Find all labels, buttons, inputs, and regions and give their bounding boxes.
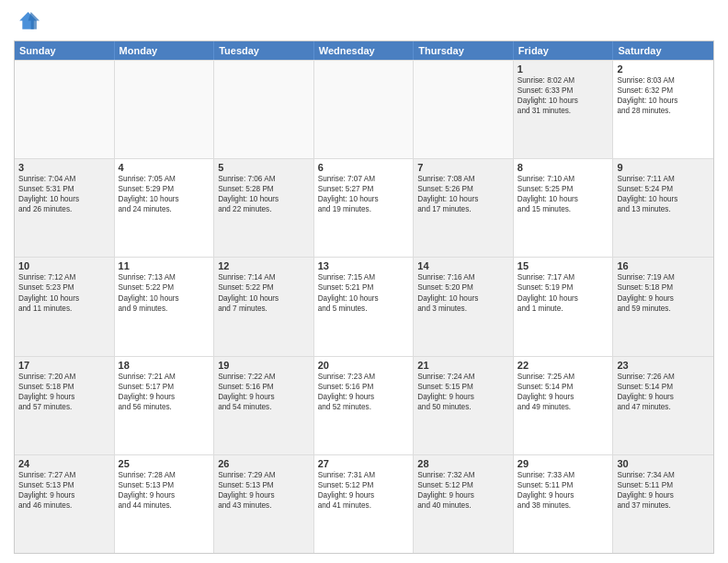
cell-info: Sunset: 5:13 PM [119,480,210,490]
calendar-cell: 20Sunrise: 7:23 AMSunset: 5:16 PMDayligh… [314,357,415,454]
calendar-cell: 26Sunrise: 7:29 AMSunset: 5:13 PMDayligh… [214,455,314,553]
cell-info: Sunrise: 7:10 AM [518,174,609,184]
calendar-cell: 19Sunrise: 7:22 AMSunset: 5:16 PMDayligh… [214,357,314,454]
day-number: 5 [218,162,310,173]
cell-info: and 22 minutes. [218,204,310,214]
header-cell-monday: Monday [115,41,215,60]
day-number: 22 [518,360,609,371]
cell-info: Sunset: 5:28 PM [218,184,310,194]
cell-info: Sunset: 5:15 PM [417,382,509,392]
cell-info: Sunrise: 7:20 AM [18,372,110,382]
day-number: 18 [119,360,210,371]
cell-info: Sunrise: 7:05 AM [119,174,210,184]
cell-info: Sunrise: 7:22 AM [218,372,310,382]
cell-info: and 46 minutes. [18,500,110,511]
day-number: 14 [417,260,509,271]
calendar: SundayMondayTuesdayWednesdayThursdayFrid… [14,40,714,554]
cell-info: and 31 minutes. [518,106,609,116]
calendar-cell: 5Sunrise: 7:06 AMSunset: 5:28 PMDaylight… [214,159,314,257]
calendar-cell: 11Sunrise: 7:13 AMSunset: 5:22 PMDayligh… [115,258,215,355]
cell-info: Sunset: 5:13 PM [218,480,310,490]
cell-info: and 24 minutes. [119,204,210,214]
cell-info: and 43 minutes. [218,500,310,511]
cell-info: and 44 minutes. [119,500,210,511]
cell-info: Sunset: 6:32 PM [617,86,710,96]
day-number: 19 [218,360,310,371]
calendar-cell [214,61,314,158]
cell-info: Sunset: 5:12 PM [318,480,410,490]
day-number: 11 [119,260,210,271]
cell-info: Sunrise: 8:03 AM [617,75,710,86]
cell-info: and 5 minutes. [318,304,410,314]
cell-info: Daylight: 9 hours [617,293,710,304]
cell-info: Sunset: 5:11 PM [617,480,710,490]
cell-info: Sunset: 5:22 PM [218,282,310,293]
cell-info: Sunset: 5:22 PM [119,282,210,293]
cell-info: Sunrise: 7:14 AM [218,272,310,282]
calendar-week-3: 10Sunrise: 7:12 AMSunset: 5:23 PMDayligh… [15,257,713,355]
calendar-week-4: 17Sunrise: 7:20 AMSunset: 5:18 PMDayligh… [15,356,713,454]
day-number: 15 [518,260,609,271]
calendar-cell: 15Sunrise: 7:17 AMSunset: 5:19 PMDayligh… [514,258,614,355]
cell-info: and 13 minutes. [617,204,710,214]
logo-icon [14,9,40,35]
day-number: 27 [318,458,410,469]
cell-info: and 57 minutes. [18,402,110,412]
cell-info: Daylight: 9 hours [218,490,310,500]
cell-info: Daylight: 9 hours [119,392,210,402]
cell-info: and 37 minutes. [617,500,710,511]
cell-info: and 49 minutes. [518,402,609,412]
cell-info: Sunrise: 7:31 AM [318,470,410,480]
cell-info: Daylight: 9 hours [119,490,210,500]
cell-info: Sunrise: 7:08 AM [417,174,509,184]
cell-info: and 28 minutes. [617,106,710,116]
cell-info: Sunrise: 7:12 AM [18,272,110,282]
cell-info: Sunrise: 7:32 AM [417,470,509,480]
cell-info: and 19 minutes. [318,204,410,214]
cell-info: Daylight: 10 hours [119,194,210,204]
day-number: 12 [218,260,310,271]
day-number: 9 [617,162,710,173]
calendar-cell: 14Sunrise: 7:16 AMSunset: 5:20 PMDayligh… [414,258,514,355]
cell-info: and 7 minutes. [218,304,310,314]
cell-info: Daylight: 9 hours [518,392,609,402]
cell-info: Sunrise: 7:24 AM [417,372,509,382]
cell-info: and 17 minutes. [417,204,509,214]
cell-info: Sunset: 5:25 PM [518,184,609,194]
cell-info: Daylight: 9 hours [417,490,509,500]
calendar-cell: 18Sunrise: 7:21 AMSunset: 5:17 PMDayligh… [115,357,215,454]
cell-info: and 26 minutes. [18,204,110,214]
header-cell-saturday: Saturday [613,41,713,60]
day-number: 8 [518,162,609,173]
cell-info: and 9 minutes. [119,304,210,314]
cell-info: Sunset: 5:19 PM [518,282,609,293]
calendar-cell: 1Sunrise: 8:02 AMSunset: 6:33 PMDaylight… [514,61,614,158]
calendar-cell [414,61,514,158]
calendar-cell: 4Sunrise: 7:05 AMSunset: 5:29 PMDaylight… [115,159,215,257]
header-cell-wednesday: Wednesday [314,41,415,60]
calendar-header: SundayMondayTuesdayWednesdayThursdayFrid… [15,41,713,60]
cell-info: Sunrise: 8:02 AM [518,75,609,86]
day-number: 28 [417,458,509,469]
cell-info: Daylight: 9 hours [417,392,509,402]
day-number: 2 [617,63,710,75]
calendar-cell: 12Sunrise: 7:14 AMSunset: 5:22 PMDayligh… [214,258,314,355]
cell-info: Sunset: 5:27 PM [318,184,410,194]
cell-info: Daylight: 10 hours [218,293,310,304]
day-number: 1 [518,63,609,75]
cell-info: Daylight: 9 hours [318,490,410,500]
cell-info: and 11 minutes. [18,304,110,314]
calendar-cell: 3Sunrise: 7:04 AMSunset: 5:31 PMDaylight… [15,159,115,257]
cell-info: Daylight: 9 hours [218,392,310,402]
cell-info: Sunset: 5:26 PM [417,184,509,194]
cell-info: Daylight: 10 hours [518,96,609,106]
cell-info: Daylight: 9 hours [617,392,710,402]
header-cell-friday: Friday [514,41,614,60]
cell-info: and 50 minutes. [417,402,509,412]
cell-info: Sunrise: 7:28 AM [119,470,210,480]
calendar-week-1: 1Sunrise: 8:02 AMSunset: 6:33 PMDaylight… [15,60,713,158]
calendar-cell: 17Sunrise: 7:20 AMSunset: 5:18 PMDayligh… [15,357,115,454]
cell-info: Sunrise: 7:33 AM [518,470,609,480]
day-number: 6 [318,162,410,173]
calendar-cell [314,61,415,158]
